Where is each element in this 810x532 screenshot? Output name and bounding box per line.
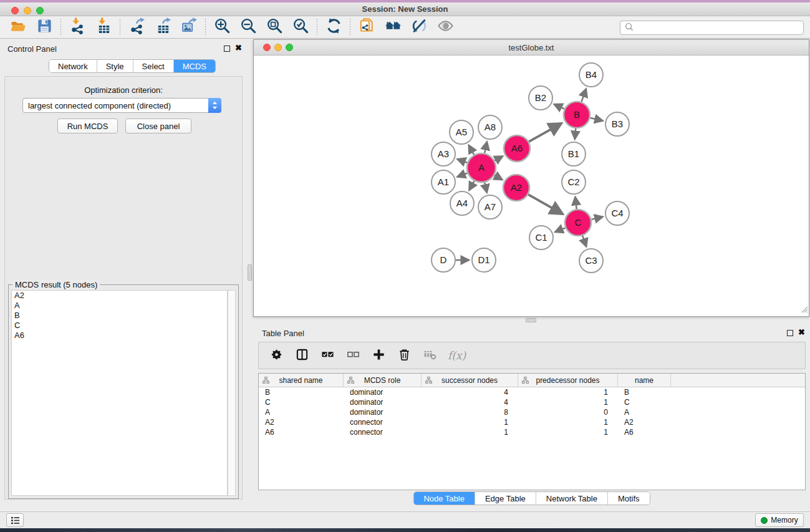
node-C3[interactable]: C3: [579, 249, 603, 273]
delete-column-button[interactable]: [397, 348, 412, 363]
node-C[interactable]: C: [565, 210, 591, 236]
table-cell[interactable]: C: [259, 398, 344, 407]
edge-A-A4[interactable]: [469, 181, 474, 190]
edge-A-A1[interactable]: [457, 173, 467, 177]
node-A8[interactable]: A8: [478, 115, 502, 139]
table-cell[interactable]: 1: [422, 428, 518, 437]
edge-A2-C[interactable]: [528, 195, 562, 214]
table-cell[interactable]: dominator: [344, 408, 422, 417]
edge-B-B2[interactable]: [554, 104, 565, 109]
table-cell[interactable]: 0: [518, 408, 618, 417]
node-B1[interactable]: B1: [562, 142, 586, 166]
column-header-name[interactable]: name: [618, 374, 671, 387]
table-cell[interactable]: 1: [518, 388, 618, 397]
search-box[interactable]: [620, 21, 804, 35]
node-A[interactable]: A: [467, 153, 496, 182]
table-close-panel-icon[interactable]: ✖: [798, 327, 805, 337]
import-table-button[interactable]: [90, 17, 117, 37]
node-A3[interactable]: A3: [432, 142, 455, 166]
node-D[interactable]: D: [432, 248, 455, 272]
column-header-MCDS-role[interactable]: MCDS role: [344, 374, 422, 387]
network-canvas[interactable]: B4B2BB3A8A5A6A3B1AA1C2A2A4A7C4CC1C3DD1: [254, 56, 809, 316]
table-cell[interactable]: dominator: [344, 388, 422, 397]
zoom-in-button[interactable]: [209, 17, 235, 37]
column-header-successor-nodes[interactable]: successor nodes: [422, 374, 518, 387]
node-A1[interactable]: A1: [432, 170, 455, 194]
save-session-button[interactable]: [31, 17, 57, 37]
table-settings-button[interactable]: [269, 348, 284, 363]
export-image-button[interactable]: [176, 17, 202, 37]
mcds-result-item[interactable]: A2: [12, 291, 227, 301]
table-cell[interactable]: A: [259, 408, 344, 417]
table-cell[interactable]: B: [618, 388, 671, 397]
tab-style[interactable]: Style: [97, 60, 133, 72]
node-B[interactable]: B: [564, 102, 590, 128]
edge-A6-B[interactable]: [529, 123, 561, 142]
mcds-result-list[interactable]: A2ABCA6: [11, 290, 228, 496]
column-header-shared-name[interactable]: shared name: [259, 374, 344, 387]
table-cell[interactable]: A6: [618, 428, 671, 437]
edge-C-C4[interactable]: [591, 217, 602, 220]
hide-graphics-details-button[interactable]: [406, 17, 432, 37]
zoom-selected-button[interactable]: [287, 17, 314, 37]
vertical-split-handle[interactable]: [248, 264, 252, 281]
table-cell[interactable]: 4: [422, 398, 518, 407]
edge-C-C2[interactable]: [576, 197, 577, 210]
run-mcds-button[interactable]: Run MCDS: [57, 118, 118, 133]
node-A6[interactable]: A6: [504, 135, 530, 162]
network-window-titlebar[interactable]: testGlobe.txt: [254, 40, 809, 56]
edge-A-A5[interactable]: [469, 145, 475, 155]
main-titlebar[interactable]: Session: New Session: [0, 2, 810, 16]
table-cell[interactable]: A2: [259, 418, 344, 427]
column-header-predecessor-nodes[interactable]: predecessor nodes: [518, 374, 618, 387]
node-C1[interactable]: C1: [529, 226, 553, 249]
delete-table-button[interactable]: [422, 348, 437, 363]
table-row[interactable]: Adominator80A: [259, 407, 805, 417]
home-button[interactable]: [380, 17, 406, 37]
tab-node-table[interactable]: Node Table: [413, 492, 475, 505]
mcds-result-item[interactable]: A: [12, 301, 227, 311]
clone-network-button[interactable]: [354, 17, 380, 37]
node-B2[interactable]: B2: [529, 86, 552, 110]
edge-C-C1[interactable]: [555, 228, 566, 232]
add-column-button[interactable]: [371, 348, 386, 363]
horizontal-split-handle[interactable]: [526, 318, 536, 322]
node-A4[interactable]: A4: [450, 191, 474, 215]
node-A5[interactable]: A5: [450, 120, 473, 144]
table-cell[interactable]: connector: [344, 418, 422, 427]
node-D1[interactable]: D1: [472, 248, 496, 272]
table-row[interactable]: A6connector11A6: [259, 427, 805, 437]
tab-motifs[interactable]: Motifs: [608, 492, 650, 505]
node-C4[interactable]: C4: [605, 201, 629, 225]
close-panel-button[interactable]: Close panel: [125, 118, 191, 133]
node-B3[interactable]: B3: [605, 112, 629, 136]
edge-A-A6[interactable]: [494, 156, 503, 160]
edge-C-C3[interactable]: [582, 236, 586, 247]
import-network-button[interactable]: [64, 17, 90, 37]
table-cell[interactable]: 1: [518, 398, 618, 407]
edge-B-B4[interactable]: [581, 89, 586, 102]
table-cell[interactable]: 8: [422, 408, 518, 417]
table-cell[interactable]: dominator: [344, 398, 422, 407]
zoom-out-button[interactable]: [235, 17, 261, 37]
edge-B-B1[interactable]: [575, 128, 576, 139]
zoom-fit-button[interactable]: [261, 17, 287, 37]
node-A7[interactable]: A7: [478, 195, 502, 219]
memory-button[interactable]: Memory: [755, 513, 804, 527]
table-cell[interactable]: A: [618, 408, 671, 417]
open-session-button[interactable]: [5, 17, 31, 37]
criterion-dropdown[interactable]: largest connected component (directed): [22, 98, 221, 113]
node-A2[interactable]: A2: [503, 175, 529, 201]
table-cell[interactable]: 1: [422, 418, 518, 427]
result-list-scrollbar[interactable]: [228, 290, 236, 496]
mcds-result-item[interactable]: C: [12, 321, 227, 331]
tab-network[interactable]: Network: [49, 60, 97, 72]
edge-A-A2[interactable]: [494, 175, 503, 180]
edge-B-B3[interactable]: [590, 118, 602, 121]
tab-network-table[interactable]: Network Table: [536, 492, 608, 505]
table-cell[interactable]: 1: [518, 418, 618, 427]
table-row[interactable]: A2connector11A2: [259, 417, 805, 427]
edge-A-A7[interactable]: [485, 182, 487, 192]
edge-A-A3[interactable]: [457, 159, 467, 163]
table-cell[interactable]: A6: [259, 428, 344, 437]
